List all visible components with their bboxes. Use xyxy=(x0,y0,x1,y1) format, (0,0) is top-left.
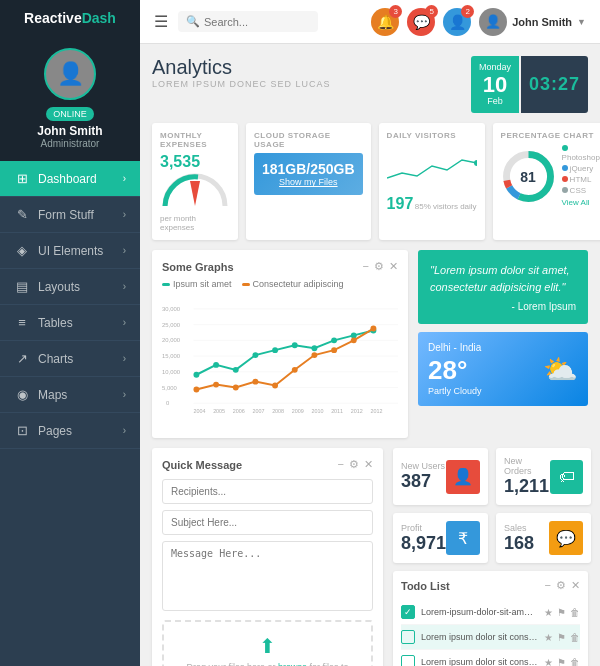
logo-part1: Reactive xyxy=(24,10,82,26)
recipients-input[interactable] xyxy=(162,479,373,504)
svg-point-34 xyxy=(272,348,278,354)
mini-stat-label: New Users xyxy=(401,461,445,471)
sidebar-item-ui-elements[interactable]: ◈ UI Elements › xyxy=(0,233,140,269)
chevron-right-icon: › xyxy=(123,281,126,292)
chat-badge: 5 xyxy=(425,5,438,18)
stat-card-percentage: PERCENTAGE CHART 81 Phot xyxy=(493,123,600,240)
svg-text:2005: 2005 xyxy=(213,408,225,414)
svg-point-32 xyxy=(233,367,239,373)
close-icon[interactable]: ✕ xyxy=(364,458,373,471)
upload-area[interactable]: ⬆ Drag your files here or browse for fil… xyxy=(162,620,373,666)
stat-card-storage: CLOUD STORAGE USAGE 181GB/250GB Show my … xyxy=(246,123,371,240)
trash-icon[interactable]: 🗑 xyxy=(570,607,580,618)
todo-controls: − ⚙ ✕ xyxy=(545,579,580,592)
time-display: 03:27 xyxy=(521,56,588,113)
mini-stat-profit: Profit 8,971 ₹ xyxy=(393,513,488,563)
alert-badge: 2 xyxy=(461,5,474,18)
sidebar-item-pages[interactable]: ⊡ Pages › xyxy=(0,413,140,449)
message-input[interactable] xyxy=(162,541,373,611)
todo-checkbox-2[interactable] xyxy=(401,630,415,644)
todo-actions-3: ★ ⚑ 🗑 xyxy=(544,657,580,666)
new-users-icon: 👤 xyxy=(446,460,480,494)
storage-value: 181GB/250GB xyxy=(262,161,355,177)
tables-icon: ≡ xyxy=(14,315,30,330)
logo-part2: Dash xyxy=(82,10,116,26)
quick-message-card: Quick Message − ⚙ ✕ ⬆ Drag your files xyxy=(152,448,383,666)
todo-item-1: ✓ Lorem-ipsum-dolor-sit-amet,-consecutur… xyxy=(401,600,580,625)
graph-card: Some Graphs − ⚙ ✕ Ipsum sit amet Consect… xyxy=(152,250,408,438)
star-icon[interactable]: ★ xyxy=(544,607,553,618)
sidebar-item-tables[interactable]: ≡ Tables › xyxy=(0,305,140,341)
avatar: 👤 xyxy=(44,48,96,100)
svg-text:15,000: 15,000 xyxy=(162,353,181,359)
alerts-button[interactable]: 👤 2 xyxy=(443,8,471,36)
trash-icon[interactable]: 🗑 xyxy=(570,632,580,643)
settings-icon[interactable]: ⚙ xyxy=(556,579,566,592)
browse-link[interactable]: browse xyxy=(278,662,307,666)
show-files-link[interactable]: Show my Files xyxy=(262,177,355,187)
sidebar-item-label: Form Stuff xyxy=(38,208,94,222)
sidebar-item-form-stuff[interactable]: ✎ Form Stuff › xyxy=(0,197,140,233)
visitors-value: 197 xyxy=(387,195,414,213)
minimize-icon[interactable]: − xyxy=(338,458,344,471)
search-box: 🔍 xyxy=(178,11,318,32)
view-all-link[interactable]: View All xyxy=(562,198,590,207)
sidebar-item-label: Pages xyxy=(38,424,72,438)
todo-actions-1: ★ ⚑ 🗑 xyxy=(544,607,580,618)
flag-icon[interactable]: ⚑ xyxy=(557,607,566,618)
settings-icon[interactable]: ⚙ xyxy=(374,260,384,273)
svg-text:2010: 2010 xyxy=(311,408,323,414)
svg-text:25,000: 25,000 xyxy=(162,322,181,328)
svg-point-42 xyxy=(233,385,239,391)
sidebar-item-charts[interactable]: ↗ Charts › xyxy=(0,341,140,377)
trash-icon[interactable]: 🗑 xyxy=(570,657,580,666)
chevron-right-icon: › xyxy=(123,317,126,328)
flag-icon[interactable]: ⚑ xyxy=(557,657,566,666)
hamburger-icon[interactable]: ☰ xyxy=(154,12,168,31)
chevron-right-icon: › xyxy=(123,425,126,436)
svg-point-31 xyxy=(213,362,219,368)
minimize-icon[interactable]: − xyxy=(545,579,551,592)
svg-point-46 xyxy=(311,353,317,359)
mini-stats-grid: New Users 387 👤 New Orders 1,211 🏷 xyxy=(393,448,588,563)
quote-card: "Lorem ipsum dolor sit amet, consectetur… xyxy=(418,250,588,324)
donut-chart: 81 xyxy=(501,149,556,204)
close-icon[interactable]: ✕ xyxy=(389,260,398,273)
todo-checkbox-1[interactable]: ✓ xyxy=(401,605,415,619)
stat-value: 3,535 xyxy=(160,153,230,171)
todo-text-3: Lorem ipsum dolor sit consecutur... xyxy=(421,657,538,666)
date-time-widget: Monday 10 Feb 03:27 xyxy=(471,56,588,113)
sidebar-item-dashboard[interactable]: ⊞ Dashboard › xyxy=(0,161,140,197)
svg-text:10,000: 10,000 xyxy=(162,369,181,375)
star-icon[interactable]: ★ xyxy=(544,632,553,643)
gauge-chart xyxy=(160,171,230,211)
chevron-right-icon: › xyxy=(123,245,126,256)
svg-point-48 xyxy=(351,338,357,344)
topbar-username: John Smith xyxy=(512,16,572,28)
todo-title: Todo List xyxy=(401,580,450,592)
settings-icon[interactable]: ⚙ xyxy=(349,458,359,471)
svg-text:30,000: 30,000 xyxy=(162,306,181,312)
subject-input[interactable] xyxy=(162,510,373,535)
svg-text:20,000: 20,000 xyxy=(162,338,181,344)
notifications-button[interactable]: 🔔 3 xyxy=(371,8,399,36)
todo-checkbox-3[interactable] xyxy=(401,655,415,666)
todo-text-1: Lorem-ipsum-dolor-sit-amet,-consecutur..… xyxy=(421,607,538,617)
chat-button[interactable]: 💬 5 xyxy=(407,8,435,36)
star-icon[interactable]: ★ xyxy=(544,657,553,666)
close-icon[interactable]: ✕ xyxy=(571,579,580,592)
todo-item-3: Lorem ipsum dolor sit consecutur... ★ ⚑ … xyxy=(401,650,580,666)
flag-icon[interactable]: ⚑ xyxy=(557,632,566,643)
upload-text: Drag your files here or browse for files… xyxy=(176,662,359,666)
stat-card-expenses: MONTHLY EXPENSES 3,535 per month expense… xyxy=(152,123,238,240)
svg-point-45 xyxy=(292,367,298,373)
topbar-avatar: 👤 xyxy=(479,8,507,36)
dashboard-icon: ⊞ xyxy=(14,171,30,186)
new-orders-icon: 🏷 xyxy=(550,460,583,494)
sidebar-item-layouts[interactable]: ▤ Layouts › xyxy=(0,269,140,305)
user-menu-button[interactable]: 👤 John Smith ▼ xyxy=(479,8,586,36)
search-input[interactable] xyxy=(204,16,310,28)
minimize-icon[interactable]: − xyxy=(363,260,369,273)
sidebar-item-maps[interactable]: ◉ Maps › xyxy=(0,377,140,413)
svg-point-47 xyxy=(331,348,337,354)
